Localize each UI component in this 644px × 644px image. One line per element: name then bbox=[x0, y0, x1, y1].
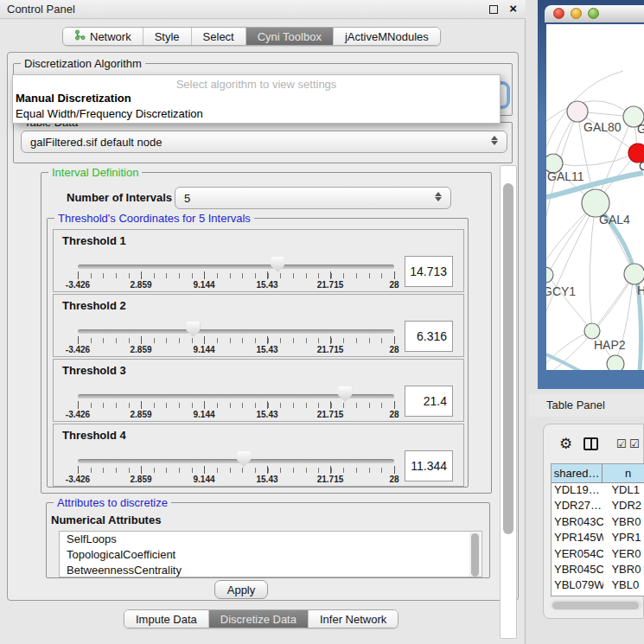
threshold-2-value[interactable]: 6.316 bbox=[405, 321, 453, 352]
number-of-intervals-combobox[interactable]: 5 bbox=[175, 187, 451, 209]
axis-ticks bbox=[78, 468, 395, 473]
column-header-shared[interactable]: shared… bbox=[552, 464, 603, 482]
thresholds-group: Threshold's Coordinates for 5 Intervals … bbox=[47, 218, 469, 488]
node-label-hap2: HAP2 bbox=[594, 338, 626, 352]
threshold-1-slider[interactable] bbox=[78, 265, 394, 269]
option-equal-width-frequency[interactable]: Equal Width/Frequency Discretization bbox=[13, 106, 500, 122]
tab-jactivemnodules[interactable]: jActiveMNodules bbox=[333, 28, 440, 45]
interval-definition-label: Interval Definition bbox=[48, 166, 142, 179]
table-row[interactable]: YLR345WYLR3 bbox=[552, 595, 644, 596]
list-item[interactable]: SelfLoops bbox=[60, 532, 481, 547]
panel-title: Control Panel bbox=[7, 3, 75, 16]
table-row[interactable]: YDL19…YDL1 bbox=[552, 483, 644, 499]
scrollbar-thumb[interactable] bbox=[471, 533, 479, 577]
tab-discretize-data[interactable]: Discretize Data bbox=[208, 610, 308, 628]
axis-ticks bbox=[78, 403, 395, 408]
control-panel: Control Panel × Network Style Se bbox=[0, 0, 526, 644]
node-table: shared… n YDL19…YDL1 YDR27…YDR2 YBR043CY… bbox=[551, 463, 644, 596]
tab-network-label: Network bbox=[90, 30, 131, 43]
close-traffic-light-icon[interactable] bbox=[553, 8, 564, 19]
table-row[interactable]: YBR045CYBR0 bbox=[552, 563, 644, 578]
table-row[interactable]: YPR145WYPR1 bbox=[552, 531, 644, 546]
node-partial-h[interactable] bbox=[624, 264, 644, 284]
interval-definition-group: Interval Definition Number of Intervals … bbox=[41, 172, 492, 494]
table-row[interactable]: YBR043CYBR0 bbox=[552, 515, 644, 531]
axis-ticks bbox=[78, 273, 395, 278]
axis-ticks bbox=[78, 338, 395, 343]
table-panel-title: Table Panel bbox=[546, 399, 605, 411]
column-header-name[interactable]: n bbox=[603, 464, 644, 482]
threshold-1-slider-thumb[interactable] bbox=[271, 257, 284, 272]
checked-checkbox-icon[interactable]: ☑ bbox=[616, 440, 627, 449]
node-label-partial-h: H bbox=[637, 284, 644, 297]
table-row[interactable]: YBL079WYBL0 bbox=[552, 578, 644, 594]
table-header-row: shared… n bbox=[552, 464, 644, 483]
close-icon[interactable]: × bbox=[509, 1, 517, 16]
combo-stepper-icon bbox=[435, 191, 443, 202]
tab-network[interactable]: Network bbox=[63, 28, 143, 45]
threshold-4-row: Threshold 4 -3.426 2.859 9.144 15.43 21.… bbox=[53, 424, 464, 487]
tab-infer-network[interactable]: Infer Network bbox=[308, 610, 398, 628]
checked-checkbox-icon[interactable]: ☑ bbox=[629, 440, 640, 449]
attributes-group: Attributes to discretize Numerical Attri… bbox=[46, 502, 490, 578]
threshold-2-slider[interactable] bbox=[78, 329, 394, 334]
bottom-tab-bar: Impute Data Discretize Data Infer Networ… bbox=[124, 609, 399, 628]
screen: Control Panel × Network Style Se bbox=[0, 0, 644, 644]
table-data-combobox[interactable]: galFiltered.sif default node bbox=[21, 131, 507, 153]
list-item[interactable]: BetweennessCentrality bbox=[60, 563, 481, 577]
threshold-1-row: Threshold 1 -3.426 2.859 9.144 15.43 21.… bbox=[53, 229, 464, 292]
table-panel: ⚙ ☑ ☑ shared… n YDL19…YDL1 YDR27…YDR2 YB… bbox=[543, 424, 644, 619]
float-window-icon[interactable] bbox=[489, 5, 498, 14]
option-manual-discretization[interactable]: Manual Discretization bbox=[13, 91, 500, 106]
tab-cyni-toolbox[interactable]: Cyni Toolbox bbox=[245, 28, 333, 45]
node-label-gal11: GAL11 bbox=[547, 169, 584, 183]
table-row[interactable]: YER054CYER0 bbox=[552, 547, 644, 563]
threshold-3-value[interactable]: 21.4 bbox=[405, 386, 453, 417]
tab-select[interactable]: Select bbox=[191, 28, 245, 45]
table-row[interactable]: YDR27…YDR2 bbox=[552, 499, 644, 514]
scrollbar-thumb[interactable] bbox=[552, 602, 639, 609]
node-hap2[interactable] bbox=[584, 323, 600, 339]
node-bottom-partial[interactable] bbox=[607, 355, 624, 370]
zoom-traffic-light-icon[interactable] bbox=[588, 8, 599, 19]
threshold-4-value[interactable]: 11.344 bbox=[405, 450, 453, 481]
node-gcy1[interactable] bbox=[546, 267, 553, 283]
discretization-algorithm-label: Discretization Algorithm bbox=[21, 57, 145, 70]
node-label-gal4: GAL4 bbox=[599, 213, 630, 226]
algorithm-dropdown-popup: Select algorithm to view settings Manual… bbox=[12, 74, 501, 124]
threshold-2-slider-thumb[interactable] bbox=[186, 322, 200, 337]
split-columns-icon[interactable] bbox=[583, 437, 598, 450]
table-horizontal-scrollbar[interactable] bbox=[551, 600, 642, 610]
network-graph: GAL80 G C GAL11 GAL4 GCY1 H HAP2 bbox=[546, 24, 644, 370]
list-item[interactable]: TopologicalCoefficient bbox=[60, 547, 481, 563]
combo-stepper-icon bbox=[491, 135, 499, 146]
tab-impute-data[interactable]: Impute Data bbox=[124, 610, 208, 628]
panel-vertical-scrollbar[interactable] bbox=[500, 165, 517, 639]
threshold-3-slider-thumb[interactable] bbox=[338, 386, 352, 402]
numerical-attributes-list: SelfLoops TopologicalCoefficient Between… bbox=[59, 531, 482, 577]
tab-style[interactable]: Style bbox=[143, 28, 191, 45]
minimize-traffic-light-icon[interactable] bbox=[571, 8, 582, 19]
threshold-4-slider[interactable] bbox=[78, 459, 394, 463]
table-panel-titlebar: Table Panel bbox=[529, 394, 644, 417]
apply-button[interactable]: Apply bbox=[214, 580, 268, 599]
threshold-1-value[interactable]: 14.713 bbox=[405, 256, 453, 287]
node-gal80[interactable] bbox=[567, 101, 588, 122]
number-of-intervals-label: Number of Intervals bbox=[67, 191, 172, 204]
list-scrollbar[interactable] bbox=[469, 532, 481, 577]
node-label-gal80: GAL80 bbox=[583, 120, 622, 134]
threshold-4-slider-thumb[interactable] bbox=[237, 451, 251, 467]
top-tab-bar: Network Style Select Cyni Toolbox jActiv… bbox=[62, 27, 441, 46]
node-label-partial-g: G bbox=[637, 122, 644, 136]
scrollbar-thumb[interactable] bbox=[503, 183, 513, 534]
cyni-toolbox-panel: Discretization Algorithm Select algorith… bbox=[7, 52, 519, 601]
numerical-attributes-label: Numerical Attributes bbox=[51, 513, 161, 526]
threshold-2-row: Threshold 2 -3.426 2.859 9.144 15.43 21.… bbox=[53, 294, 464, 357]
node-label-gcy1: GCY1 bbox=[546, 284, 576, 298]
algorithm-placeholder-option[interactable]: Select algorithm to view settings bbox=[13, 75, 500, 91]
attributes-group-label: Attributes to discretize bbox=[54, 496, 171, 509]
gear-icon[interactable]: ⚙ bbox=[559, 435, 572, 452]
node-label-partial-c: C bbox=[639, 159, 644, 173]
network-canvas[interactable]: GAL80 G C GAL11 GAL4 GCY1 H HAP2 bbox=[546, 24, 644, 370]
control-panel-titlebar: Control Panel × bbox=[0, 0, 526, 19]
